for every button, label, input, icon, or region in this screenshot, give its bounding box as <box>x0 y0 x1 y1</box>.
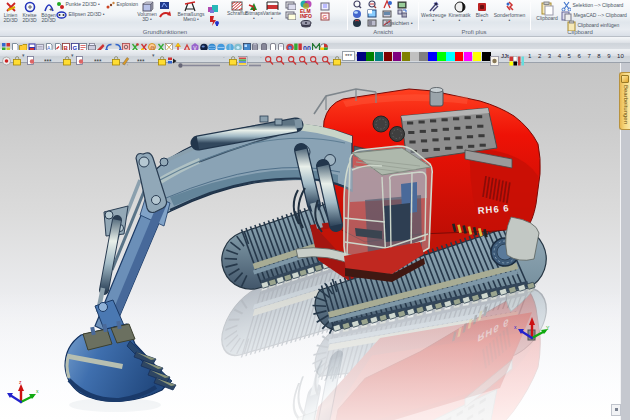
svg-text::: : <box>127 61 128 66</box>
svg-text:***: *** <box>137 57 145 64</box>
svg-text:***: *** <box>94 57 102 64</box>
svg-text:***: *** <box>44 57 52 64</box>
svg-text:G: G <box>323 14 328 20</box>
